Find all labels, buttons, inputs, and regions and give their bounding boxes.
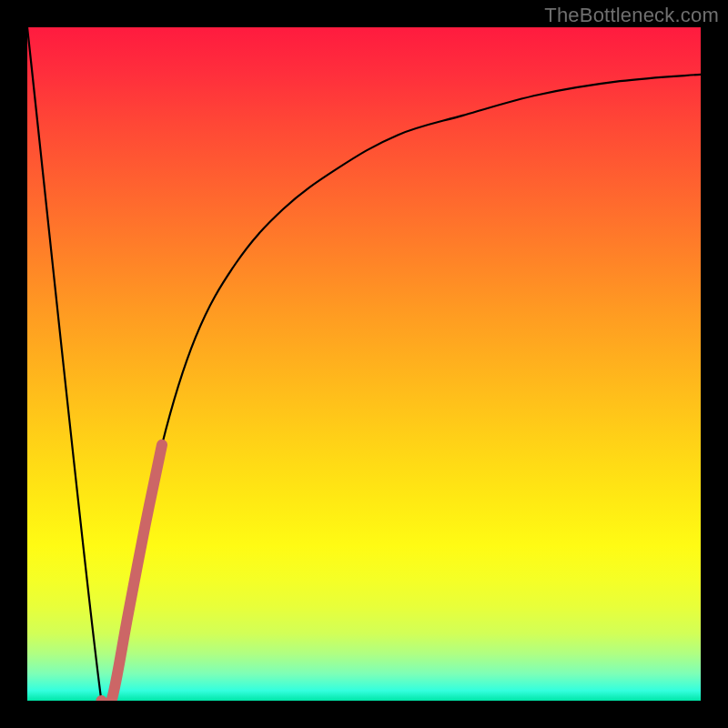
highlight-segment-path: [101, 445, 162, 701]
bottleneck-curve-path: [27, 27, 701, 701]
watermark-text: TheBottleneck.com: [544, 4, 719, 27]
curve-svg: [27, 27, 701, 701]
plot-area: [27, 27, 701, 701]
chart-frame: TheBottleneck.com: [0, 0, 728, 728]
